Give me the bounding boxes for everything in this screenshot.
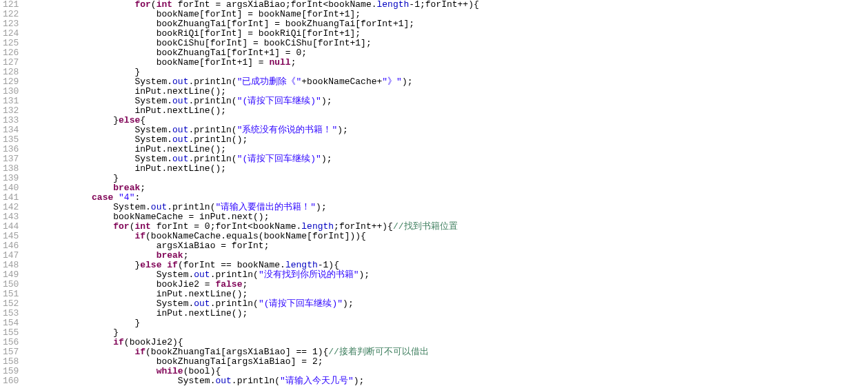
code-token-plain: .println(: [210, 270, 259, 280]
code-token-field: length: [285, 260, 318, 270]
code-line[interactable]: while(bool){: [27, 367, 868, 376]
code-editor-area[interactable]: for(int forInt = argsXiaBiao;forInt<book…: [24, 0, 868, 386]
code-token-kw: int: [134, 221, 150, 232]
code-token-field: out: [172, 96, 188, 106]
code-token-field: out: [215, 376, 231, 386]
code-line[interactable]: }else{: [27, 116, 868, 125]
code-line[interactable]: for(int forInt = argsXiaBiao;forInt<book…: [27, 0, 868, 10]
code-line[interactable]: bookZhuangTai[argsXiaBiao] = 2;: [27, 357, 868, 367]
code-line[interactable]: if(bookNameCache.equals(bookName[forInt]…: [27, 232, 868, 241]
line-number: 151: [3, 290, 19, 299]
code-token-plain: }: [113, 327, 119, 338]
code-line[interactable]: inPut.nextLine();: [27, 290, 868, 299]
code-token-kw: if: [167, 260, 178, 270]
code-token-plain: }: [134, 318, 140, 328]
line-number: 125: [3, 39, 19, 48]
code-token-plain: (bookZhuangTai[argsXiaBiao] == 1){: [145, 347, 328, 357]
line-number: 139: [3, 174, 19, 183]
code-token-str: "请输入要借出的书籍！": [215, 202, 316, 212]
code-token-field: out: [194, 270, 210, 280]
code-token-kw: else: [119, 115, 140, 125]
code-line[interactable]: System.out.println("(请按下回车继续)");: [27, 96, 868, 106]
code-token-plain: .println(: [188, 125, 236, 135]
code-line[interactable]: bookZhuangTai[forInt+1] = 0;: [27, 48, 868, 58]
code-token-plain: -1){: [318, 260, 339, 270]
code-line[interactable]: inPut.nextLine();: [27, 309, 868, 318]
code-line[interactable]: bookZhuangTai[forInt] = bookZhuangTai[fo…: [27, 19, 868, 29]
code-line[interactable]: }: [27, 318, 868, 328]
code-token-plain: System.: [157, 270, 194, 280]
code-line[interactable]: case "4":: [27, 193, 868, 203]
code-line[interactable]: bookCiShu[forInt] = bookCiShu[forInt+1];: [27, 39, 868, 48]
code-line[interactable]: bookNameCache = inPut.next();: [27, 212, 868, 222]
code-token-str: "没有找到你所说的书籍": [259, 270, 359, 280]
code-token-plain: +bookNameCache+: [301, 77, 382, 87]
code-line[interactable]: }: [27, 68, 868, 77]
line-number: 144: [3, 222, 19, 232]
line-number: 122: [3, 10, 19, 19]
line-number: 124: [3, 29, 19, 39]
code-token-plain: );: [343, 298, 354, 309]
code-line[interactable]: for(int forInt = 0;forInt<bookName.lengt…: [27, 222, 868, 232]
code-token-field: out: [172, 125, 188, 135]
code-token-field: out: [151, 202, 167, 212]
code-line[interactable]: System.out.println("(请按下回车继续)");: [27, 299, 868, 309]
code-line[interactable]: }else if(forInt == bookName.length-1){: [27, 261, 868, 270]
code-line[interactable]: inPut.nextLine();: [27, 106, 868, 116]
code-line[interactable]: System.out.println("没有找到你所说的书籍");: [27, 270, 868, 280]
line-number: 150: [3, 280, 19, 290]
line-number: 129: [3, 77, 19, 87]
code-token-field: length: [301, 221, 334, 232]
code-line[interactable]: System.out.println("系统没有你说的书籍！");: [27, 125, 868, 135]
line-number: 127: [3, 58, 19, 68]
line-number: 146: [3, 241, 19, 251]
code-token-plain: inPut.nextLine();: [134, 86, 226, 96]
code-line[interactable]: break;: [27, 251, 868, 261]
code-line[interactable]: inPut.nextLine();: [27, 164, 868, 174]
line-number: 154: [3, 318, 19, 328]
code-line[interactable]: System.out.println("已成功删除《"+bookNameCach…: [27, 77, 868, 87]
line-number: 133: [3, 116, 19, 125]
code-line[interactable]: System.out.println("(请按下回车继续)");: [27, 154, 868, 164]
code-token-plain: System.: [134, 96, 172, 106]
code-line[interactable]: break;: [27, 183, 868, 193]
line-number: 132: [3, 106, 19, 116]
code-line[interactable]: bookName[forInt+1] = null;: [27, 58, 868, 68]
line-number: 142: [3, 203, 19, 212]
code-line[interactable]: bookName[forInt] = bookName[forInt+1];: [27, 10, 868, 19]
code-token-plain: bookZhuangTai[forInt+1] = 0;: [157, 48, 307, 58]
code-line[interactable]: System.out.println("请输入今天几号");: [27, 376, 868, 386]
code-token-str: "(请按下回车继续)": [237, 154, 321, 164]
code-line[interactable]: if(bookJie2){: [27, 338, 868, 347]
code-line[interactable]: bookJie2 = false;: [27, 280, 868, 290]
code-line[interactable]: argsXiaBiao = forInt;: [27, 241, 868, 251]
line-number: 149: [3, 270, 19, 280]
code-line[interactable]: System.out.println();: [27, 135, 868, 145]
line-number: 140: [3, 183, 19, 193]
code-token-plain: inPut.nextLine();: [134, 163, 226, 174]
code-token-kw: null: [269, 57, 290, 68]
code-token-plain: (bookNameCache.equals(bookName[forInt]))…: [145, 231, 366, 241]
code-token-kw: while: [157, 366, 183, 376]
code-token-plain: );: [316, 202, 327, 212]
code-token-kw: if: [134, 347, 145, 357]
code-token-str: "4": [119, 192, 134, 203]
code-token-plain: ;forInt++){: [334, 221, 393, 232]
code-line[interactable]: }: [27, 328, 868, 338]
code-token-str: "系统没有你说的书籍！": [237, 125, 338, 135]
code-token-kw: break: [113, 183, 140, 193]
code-token-comment: //找到书籍位置: [393, 221, 458, 232]
code-token-plain: .println(: [188, 154, 236, 164]
code-token-plain: .println(: [188, 77, 236, 87]
code-line[interactable]: inPut.nextLine();: [27, 87, 868, 96]
code-line[interactable]: if(bookZhuangTai[argsXiaBiao] == 1){//接着…: [27, 347, 868, 357]
code-line[interactable]: }: [27, 174, 868, 183]
code-line[interactable]: System.out.println("请输入要借出的书籍！");: [27, 203, 868, 212]
code-token-plain: System.: [113, 202, 151, 212]
code-token-plain: forInt = argsXiaBiao;forInt<bookName.: [172, 0, 376, 10]
code-line[interactable]: inPut.nextLine();: [27, 145, 868, 154]
code-line[interactable]: bookRiQi[forInt] = bookRiQi[forInt+1];: [27, 29, 868, 39]
code-token-comment: //接着判断可不可以借出: [328, 347, 429, 357]
code-token-plain: );: [354, 376, 365, 386]
code-token-plain: inPut.nextLine();: [134, 144, 226, 154]
